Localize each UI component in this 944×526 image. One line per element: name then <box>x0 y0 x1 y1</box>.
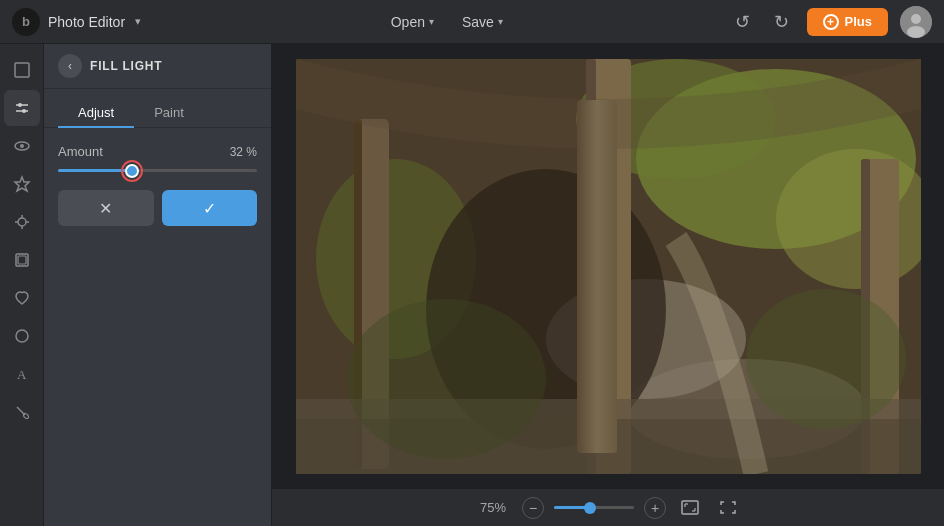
sidebar-item-adjust[interactable] <box>4 90 40 126</box>
app-logo: b <box>12 8 40 36</box>
tabs: Adjust Paint <box>44 89 271 128</box>
svg-point-7 <box>22 109 26 113</box>
amount-value: 32 % <box>230 145 257 159</box>
svg-point-39 <box>746 289 906 429</box>
svg-point-38 <box>346 299 546 459</box>
svg-point-18 <box>16 330 28 342</box>
svg-point-6 <box>18 103 22 107</box>
svg-rect-40 <box>682 501 698 514</box>
title-chevron-icon[interactable]: ▾ <box>135 15 141 28</box>
svg-point-21 <box>22 412 29 419</box>
save-button[interactable]: Save ▾ <box>450 8 515 36</box>
save-chevron-icon: ▾ <box>498 16 503 27</box>
svg-rect-17 <box>18 256 26 264</box>
image-container <box>272 44 944 488</box>
zoom-in-button[interactable]: + <box>644 497 666 519</box>
svg-rect-33 <box>586 59 596 474</box>
open-button[interactable]: Open ▾ <box>379 8 446 36</box>
sidebar-item-effects[interactable] <box>4 204 40 240</box>
amount-label: Amount <box>58 144 103 159</box>
sidebar-item-brush[interactable] <box>4 394 40 430</box>
fit-to-screen-button[interactable] <box>676 496 704 520</box>
sidebar-item-crop[interactable] <box>4 52 40 88</box>
panel-title: FILL LIGHT <box>90 59 162 73</box>
tab-paint[interactable]: Paint <box>134 99 204 128</box>
topbar-actions: ↺ ↻ + Plus <box>729 6 932 38</box>
sidebar-item-star[interactable] <box>4 166 40 202</box>
topbar: b Photo Editor ▾ Open ▾ Save ▾ ↺ ↻ + Plu… <box>0 0 944 44</box>
svg-point-1 <box>911 14 921 24</box>
slider-thumb-outer <box>121 160 143 182</box>
undo-button[interactable]: ↺ <box>729 7 756 37</box>
topbar-center: Open ▾ Save ▾ <box>165 8 728 36</box>
plus-button[interactable]: + Plus <box>807 8 888 36</box>
photo-canvas <box>296 59 921 474</box>
svg-point-2 <box>907 26 925 38</box>
avatar-image <box>900 6 932 38</box>
zoom-level: 75% <box>474 500 512 515</box>
back-button[interactable]: ‹ <box>58 54 82 78</box>
open-chevron-icon: ▾ <box>429 16 434 27</box>
zoom-slider-thumb[interactable] <box>584 502 596 514</box>
avatar[interactable] <box>900 6 932 38</box>
sidebar-item-shape[interactable] <box>4 318 40 354</box>
slider-thumb-inner <box>125 164 139 178</box>
slider-track <box>58 169 257 172</box>
svg-rect-3 <box>15 63 29 77</box>
sidebar-item-heart[interactable] <box>4 280 40 316</box>
amount-slider[interactable] <box>58 169 257 172</box>
sidebar-item-text[interactable]: A <box>4 356 40 392</box>
panel: ‹ FILL LIGHT Adjust Paint Amount 32 % <box>44 44 272 526</box>
action-buttons: ✕ ✓ <box>58 190 257 226</box>
tab-adjust[interactable]: Adjust <box>58 99 134 128</box>
zoom-slider[interactable] <box>554 506 634 509</box>
sidebar-item-layers[interactable] <box>4 242 40 278</box>
panel-header: ‹ FILL LIGHT <box>44 44 271 89</box>
zoom-out-button[interactable]: − <box>522 497 544 519</box>
logo-area: b Photo Editor ▾ <box>12 8 141 36</box>
slider-thumb[interactable] <box>121 160 143 182</box>
amount-row: Amount 32 % <box>58 144 257 159</box>
svg-text:A: A <box>17 367 27 382</box>
app-title: Photo Editor <box>48 14 125 30</box>
svg-point-9 <box>20 144 24 148</box>
plus-icon: + <box>823 14 839 30</box>
cancel-button[interactable]: ✕ <box>58 190 154 226</box>
sidebar-item-eye[interactable] <box>4 128 40 164</box>
svg-marker-10 <box>15 177 29 191</box>
redo-button[interactable]: ↻ <box>768 7 795 37</box>
confirm-button[interactable]: ✓ <box>162 190 258 226</box>
svg-point-11 <box>18 218 26 226</box>
photo-overlay <box>296 59 921 474</box>
bottom-bar: 75% − + <box>272 488 944 526</box>
panel-content: Amount 32 % ✕ ✓ <box>44 128 271 526</box>
fullscreen-button[interactable] <box>714 496 742 520</box>
icon-sidebar: A <box>0 44 44 526</box>
main-area: A ‹ FILL LIGHT Adjust Paint Amount 32 % <box>0 44 944 526</box>
canvas-area: 75% − + <box>272 44 944 526</box>
